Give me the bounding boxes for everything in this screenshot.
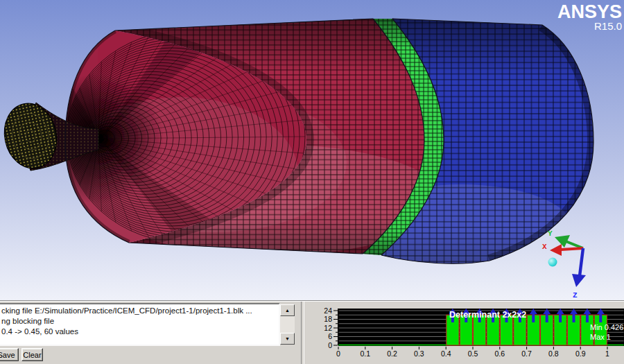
clear-button[interactable]: Clear bbox=[21, 348, 43, 361]
svg-text:0.4: 0.4 bbox=[441, 349, 451, 358]
arrow-up-icon: ▲ bbox=[285, 308, 290, 313]
z-axis-label: Z bbox=[573, 291, 578, 300]
svg-text:12: 12 bbox=[324, 324, 332, 332]
svg-text:0.8: 0.8 bbox=[548, 349, 559, 358]
origin-ball bbox=[548, 258, 557, 267]
svg-text:0.5: 0.5 bbox=[468, 349, 478, 358]
log-line: 0.4 -> 0.45, 60 values bbox=[1, 327, 261, 337]
histogram-min-label: Min 0.426 bbox=[590, 323, 623, 331]
svg-text:0.3: 0.3 bbox=[414, 349, 424, 358]
log-line: ng blocking file bbox=[1, 316, 261, 327]
histogram-max-label: Max 1 bbox=[590, 333, 611, 341]
svg-text:0.6: 0.6 bbox=[494, 349, 505, 358]
scroll-down-button[interactable]: ▼ bbox=[280, 333, 295, 345]
app-window: Y X Z ANSYS R15.0 cking file E:/Simulati… bbox=[0, 0, 624, 364]
svg-text:0: 0 bbox=[328, 341, 332, 349]
bottom-panel: cking file E:/Simulation/Practice/ICEM_C… bbox=[0, 300, 624, 364]
svg-text:0: 0 bbox=[336, 349, 340, 358]
svg-text:0.2: 0.2 bbox=[387, 349, 397, 358]
message-log[interactable]: cking file E:/Simulation/Practice/ICEM_C… bbox=[0, 303, 280, 346]
svg-text:0.7: 0.7 bbox=[521, 349, 532, 358]
ansys-logo: ANSYS bbox=[557, 1, 622, 22]
x-axis-label: X bbox=[542, 243, 547, 251]
svg-text:0.9: 0.9 bbox=[575, 349, 586, 358]
quality-histogram[interactable]: 0612182400.10.20.30.40.50.60.70.80.91 De… bbox=[305, 301, 624, 364]
histogram-title: Determinant 2x2x2 bbox=[449, 310, 526, 320]
scroll-up-button[interactable]: ▲ bbox=[280, 304, 295, 316]
save-button[interactable]: Save bbox=[0, 348, 19, 361]
svg-text:6: 6 bbox=[328, 332, 332, 340]
log-scrollbar[interactable]: ▲ ▼ bbox=[280, 304, 295, 345]
svg-text:1: 1 bbox=[605, 349, 609, 358]
ansys-version: R15.0 bbox=[594, 20, 622, 32]
log-line: cking file E:/Simulation/Practice/ICEM_C… bbox=[1, 306, 261, 316]
arrow-down-icon: ▼ bbox=[285, 336, 290, 341]
viewport-3d[interactable]: Y X Z ANSYS R15.0 bbox=[0, 0, 624, 300]
panel-divider[interactable] bbox=[301, 302, 304, 364]
y-axis-label: Y bbox=[548, 229, 553, 238]
svg-text:0.1: 0.1 bbox=[360, 349, 370, 358]
svg-text:24: 24 bbox=[324, 306, 332, 315]
scrollbar-track[interactable] bbox=[280, 316, 295, 333]
svg-text:18: 18 bbox=[324, 315, 332, 323]
x-axis-arrow bbox=[561, 248, 583, 250]
